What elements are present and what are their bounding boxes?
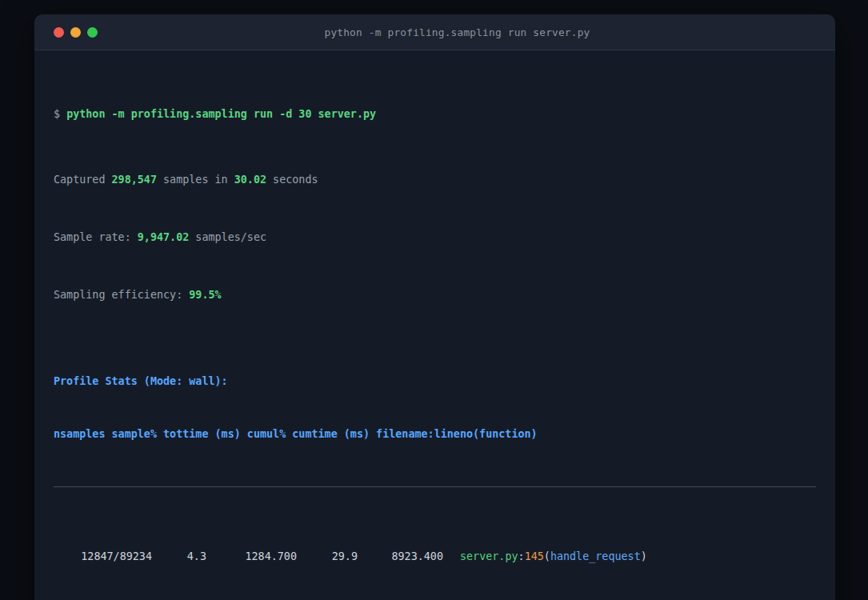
window-title: python -m profiling.sampling run server.… bbox=[34, 26, 835, 38]
sample-pct-cell: 4.3 bbox=[152, 548, 206, 566]
close-button[interactable] bbox=[54, 27, 64, 38]
text-segment: seconds bbox=[266, 174, 318, 186]
text-segment: Sample rate: bbox=[54, 231, 138, 243]
text-segment: ( bbox=[544, 550, 550, 562]
profile-stats-heading: Profile Stats (Mode: wall): bbox=[54, 373, 816, 390]
tottime-cell: 1284.700 bbox=[206, 548, 297, 566]
titlebar[interactable]: python -m profiling.sampling run server.… bbox=[34, 14, 835, 50]
nsamples-cell: 12847/89234 bbox=[54, 548, 152, 566]
terminal-output: $ python -m profiling.sampling run -d 30… bbox=[34, 50, 835, 600]
terminal-window: python -m profiling.sampling run server.… bbox=[34, 14, 835, 600]
text-segment: 9,947.02 bbox=[138, 231, 190, 243]
captured-line: Captured 298,547 samples in 30.02 second… bbox=[54, 171, 816, 189]
cumtime-cell: 8923.400 bbox=[358, 548, 443, 566]
maximize-button[interactable] bbox=[87, 27, 98, 38]
text-segment: 298,547 bbox=[112, 174, 157, 186]
text-segment: $ bbox=[54, 108, 66, 120]
location-cell: server.py:145(handle_request) bbox=[443, 548, 647, 566]
command-line: $ python -m profiling.sampling run -d 30… bbox=[54, 106, 816, 123]
table-divider bbox=[54, 486, 816, 487]
minimize-button[interactable] bbox=[70, 27, 81, 38]
text-segment: handle_request bbox=[550, 550, 641, 562]
text-segment: samples in bbox=[157, 174, 234, 186]
text-segment: server.py bbox=[460, 550, 518, 562]
text-segment: 30.02 bbox=[234, 174, 266, 186]
sample-rate-line: Sample rate: 9,947.02 samples/sec bbox=[54, 229, 816, 246]
cumul-pct-cell: 29.9 bbox=[297, 548, 358, 566]
text-segment: 145 bbox=[525, 550, 544, 562]
text-segment: python -m profiling.sampling run -d 30 s… bbox=[66, 108, 376, 120]
traffic-lights bbox=[54, 14, 98, 50]
text-segment: ) bbox=[641, 550, 647, 562]
text-segment: : bbox=[518, 550, 525, 562]
table-row: 12847/892344.31284.70029.98923.400server… bbox=[54, 548, 816, 566]
efficiency-line: Sampling efficiency: 99.5% bbox=[54, 286, 816, 304]
text-segment: Sampling efficiency: bbox=[54, 289, 189, 301]
text-segment: 99.5% bbox=[189, 289, 221, 301]
text-segment: Captured bbox=[54, 174, 112, 186]
text-segment: samples/sec bbox=[189, 231, 266, 243]
table-columns-header: nsamples sample% tottime (ms) cumul% cum… bbox=[54, 426, 816, 443]
